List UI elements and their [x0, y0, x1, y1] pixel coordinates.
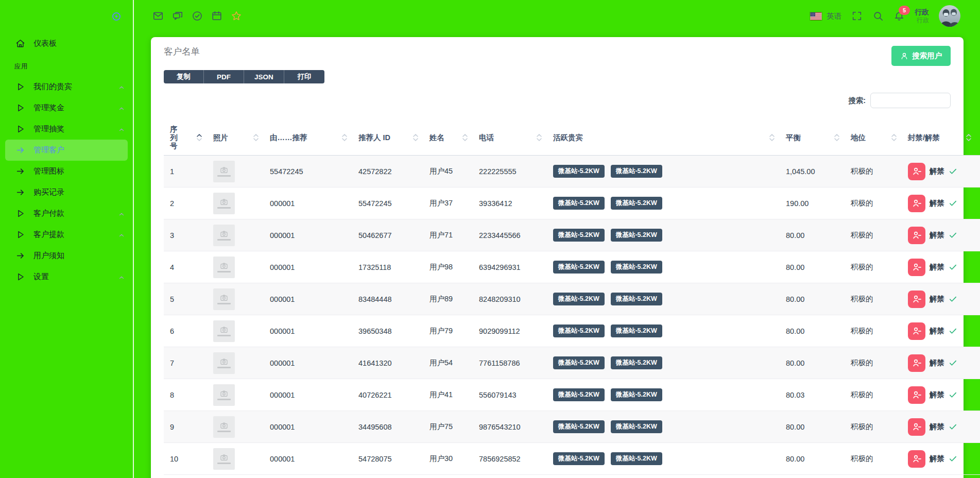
table-row: 8 000001 40726221 用户41 556079143 微基站-5.2… — [164, 379, 980, 411]
user-minus-icon — [912, 166, 922, 176]
check-circle-icon[interactable] — [192, 10, 203, 22]
table-row: 7 000001 41641320 用户54 7761158786 微基站-5.… — [164, 347, 980, 379]
unban-label: 解禁 — [930, 422, 944, 432]
topbar: 英语 5 行政 行政 — [135, 0, 980, 32]
camera-icon — [219, 326, 229, 334]
sidebar-toggle-circle-dot-icon[interactable] — [111, 11, 122, 22]
photo-placeholder — [213, 288, 235, 310]
sidebar-item-manage-bonus[interactable]: 管理奖金 — [0, 97, 133, 118]
ban-user-button[interactable] — [908, 227, 925, 244]
sidebar-item-customer-payments[interactable]: 客户付款 — [0, 203, 133, 224]
cell-referred-by: 000001 — [264, 379, 352, 411]
cell-name: 用户79 — [423, 315, 473, 347]
ban-user-button[interactable] — [908, 259, 925, 276]
ban-user-button[interactable] — [908, 418, 925, 436]
cell-name: 用户54 — [423, 347, 473, 379]
star-icon[interactable] — [231, 10, 242, 22]
user-menu[interactable]: 行政 行政 — [915, 8, 929, 25]
vip-badge: 微基站-5.2KW — [553, 325, 605, 337]
cell-ban-unban: 解禁 — [902, 379, 976, 411]
sidebar-item-customer-withdrawals[interactable]: 客户提款 — [0, 224, 133, 245]
notifications-bell-icon[interactable]: 5 — [893, 10, 905, 22]
photo-placeholder — [213, 352, 235, 374]
check-icon — [949, 422, 957, 431]
export-pdf-button[interactable]: PDF — [204, 70, 244, 83]
column-header-phone[interactable]: 电话 — [473, 120, 547, 156]
sidebar: 仪表板 应用 我们的贵宾 — [0, 0, 134, 478]
sidebar-item-user-notice[interactable]: 用户须知 — [0, 245, 133, 266]
calendar-icon[interactable] — [211, 10, 222, 22]
sort-arrows-icon — [197, 134, 202, 141]
column-header-photo[interactable]: 照片 — [207, 120, 264, 156]
unban-label: 解禁 — [930, 294, 944, 304]
chevron-up-icon — [118, 274, 125, 280]
column-header-vip[interactable]: 活跃贵宾 — [547, 120, 780, 156]
ban-user-button[interactable] — [908, 450, 925, 468]
cell-referrer-id: 39650348 — [352, 315, 423, 347]
cell-referred-by: 000001 — [264, 443, 352, 475]
cell-actions — [976, 187, 980, 219]
cell-status: 积极的 — [845, 379, 902, 411]
chat-icon[interactable] — [172, 10, 183, 22]
cell-ban-unban: 解禁 — [902, 251, 976, 283]
ban-user-button[interactable] — [908, 354, 925, 372]
check-icon — [949, 167, 957, 176]
cell-status: 积极的 — [845, 187, 902, 219]
ban-user-button[interactable] — [908, 163, 925, 180]
camera-icon — [219, 262, 229, 270]
user-minus-icon — [912, 294, 922, 304]
column-header-ref[interactable]: 由……推荐 — [264, 120, 352, 156]
vip-badge: 微基站-5.2KW — [611, 388, 662, 401]
column-header-name[interactable]: 姓名 — [423, 120, 473, 156]
sidebar-item-purchase-records[interactable]: 购买记录 — [0, 182, 133, 203]
cell-serial: 4 — [164, 251, 207, 283]
cell-active-vip: 微基站-5.2KW 微基站-5.2KW — [547, 315, 780, 347]
cell-name: 用户71 — [423, 219, 473, 251]
export-json-button[interactable]: JSON — [244, 70, 284, 83]
column-header-status[interactable]: 地位 — [845, 120, 902, 156]
column-header-sn[interactable]: 序列号 — [164, 120, 207, 156]
photo-placeholder — [213, 225, 235, 246]
cell-balance: 80.00 — [780, 347, 845, 379]
table-body: 1 55472245 42572822 用户45 222225555 微基站-5… — [164, 156, 980, 475]
ban-user-button[interactable] — [908, 386, 925, 404]
column-header-actions[interactable]: 积极的 — [976, 120, 980, 156]
table-row: 3 000001 50462677 用户71 2233445566 微基站-5.… — [164, 219, 980, 251]
column-header-ban[interactable]: 封禁/解禁 — [902, 120, 976, 156]
cell-serial: 3 — [164, 219, 207, 251]
cell-actions — [976, 379, 980, 411]
unban-label: 解禁 — [930, 230, 944, 240]
export-print-button[interactable]: 打印 — [284, 70, 324, 83]
fullscreen-icon[interactable] — [851, 10, 863, 22]
ban-user-button[interactable] — [908, 291, 925, 308]
export-copy-button[interactable]: 复制 — [164, 70, 204, 83]
camera-icon — [219, 421, 229, 430]
ban-user-button[interactable] — [908, 322, 925, 340]
chevron-up-icon — [118, 231, 125, 237]
cell-ban-unban: 解禁 — [902, 156, 976, 187]
search-icon[interactable] — [872, 10, 884, 22]
sidebar-item-manage-icons[interactable]: 管理图标 — [0, 161, 133, 182]
sidebar-item-icon — [15, 39, 25, 48]
avatar[interactable] — [939, 5, 960, 27]
sidebar-item-settings[interactable]: 设置 — [0, 266, 133, 287]
mail-icon[interactable] — [152, 10, 164, 22]
sidebar-item-our-vips[interactable]: 我们的贵宾 — [0, 76, 133, 97]
sidebar-item-icon — [15, 82, 25, 92]
sidebar-item-label: 用户须知 — [33, 251, 64, 261]
cell-serial: 10 — [164, 443, 207, 475]
camera-icon — [219, 294, 229, 302]
language-switcher[interactable]: 英语 — [810, 11, 841, 21]
table-row: 9 000001 34495608 用户75 9876543210 微基站-5.… — [164, 411, 980, 443]
sidebar-item-dashboard[interactable]: 仪表板 — [0, 33, 133, 54]
unban-label: 解禁 — [930, 358, 944, 368]
table-search-input[interactable] — [870, 93, 951, 108]
sidebar-item-manage-customers[interactable]: 管理客户 — [5, 140, 128, 161]
table-row: 4 000001 17325118 用户98 6394296931 微基站-5.… — [164, 251, 980, 283]
ban-user-button[interactable] — [908, 195, 925, 212]
user-minus-icon — [912, 422, 922, 432]
column-header-refid[interactable]: 推荐人 ID — [352, 120, 423, 156]
column-header-balance[interactable]: 平衡 — [780, 120, 845, 156]
search-user-button[interactable]: 搜索用户 — [891, 46, 951, 66]
sidebar-item-manage-lottery[interactable]: 管理抽奖 — [0, 118, 133, 140]
